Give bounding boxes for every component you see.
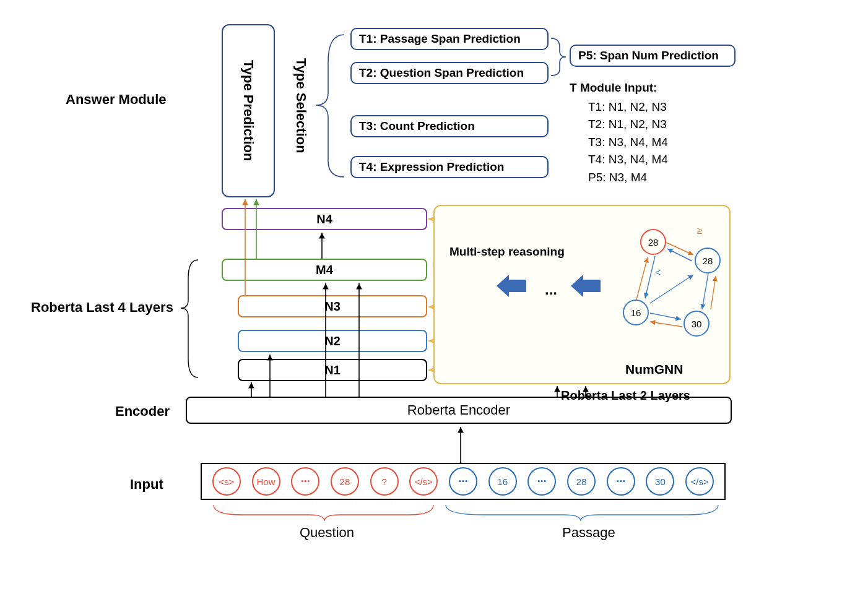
task-t4: T4: Expression Prediction bbox=[350, 156, 549, 178]
tinput-p5: P5: N3, M4 bbox=[570, 169, 668, 187]
task-t3: T3: Count Prediction bbox=[350, 115, 549, 137]
token-how: How bbox=[252, 467, 280, 496]
t-module-input-title: T Module Input: bbox=[570, 79, 668, 97]
label-answer-module: Answer Module bbox=[66, 92, 167, 108]
gnn-node-28a: 28 bbox=[640, 229, 666, 255]
numgnn-box bbox=[433, 205, 731, 384]
layer-n4: N4 bbox=[222, 208, 427, 230]
token-dots-p2: ··· bbox=[527, 467, 556, 496]
gnn-edge-ge: ≥ bbox=[697, 225, 703, 236]
token-es-q: </s> bbox=[409, 467, 438, 496]
input-row: <s> How ··· 28 ? </s> ··· 16 ··· 28 ··· … bbox=[201, 463, 726, 500]
t-module-input-block: T Module Input: T1: N1, N2, N3 T2: N1, N… bbox=[570, 79, 668, 186]
gnn-node-16: 16 bbox=[623, 299, 649, 325]
token-30: 30 bbox=[646, 467, 674, 496]
layer-m4: M4 bbox=[222, 259, 427, 281]
token-dots-p3: ··· bbox=[607, 467, 635, 496]
tinput-t3: T3: N3, N4, M4 bbox=[570, 134, 668, 152]
tinput-t1: T1: N1, N2, N3 bbox=[570, 98, 668, 116]
task-t1: T1: Passage Span Prediction bbox=[350, 28, 549, 50]
token-s: <s> bbox=[212, 467, 241, 496]
gnn-node-30: 30 bbox=[684, 311, 710, 337]
question-group-label: Question bbox=[300, 525, 354, 541]
gnn-edge-lt: < bbox=[655, 267, 661, 278]
passage-group-label: Passage bbox=[562, 525, 615, 541]
gnn-node-28b: 28 bbox=[695, 248, 721, 273]
multistep-reasoning-label: Multi-step reasoning bbox=[449, 245, 565, 259]
layer-n1: N1 bbox=[238, 359, 427, 381]
token-16: 16 bbox=[488, 467, 517, 496]
label-encoder: Encoder bbox=[115, 403, 170, 420]
label-roberta-last4: Roberta Last 4 Layers bbox=[31, 299, 173, 316]
type-prediction-label: Type Prediction bbox=[240, 60, 256, 161]
layer-n3: N3 bbox=[238, 295, 427, 317]
multistep-dots: ... bbox=[545, 281, 557, 298]
task-p5: P5: Span Num Prediction bbox=[570, 45, 736, 67]
token-28q: 28 bbox=[331, 467, 359, 496]
task-t2: T2: Question Span Prediction bbox=[350, 62, 549, 84]
roberta-last2-label: Roberta Last 2 Layers bbox=[561, 389, 690, 403]
token-dots-q: ··· bbox=[291, 467, 319, 496]
token-qmark: ? bbox=[370, 467, 399, 496]
type-prediction-box: Type Prediction bbox=[222, 24, 275, 197]
token-es-p: </s> bbox=[685, 467, 714, 496]
numgnn-label: NumGNN bbox=[625, 362, 683, 377]
type-selection-label: Type Selection bbox=[289, 28, 313, 183]
label-input: Input bbox=[130, 476, 163, 493]
token-dots-p1: ··· bbox=[449, 467, 477, 496]
tinput-t4: T4: N3, N4, M4 bbox=[570, 151, 668, 169]
layer-n2: N2 bbox=[238, 330, 427, 352]
tinput-t2: T2: N1, N2, N3 bbox=[570, 116, 668, 134]
token-28p: 28 bbox=[567, 467, 596, 496]
